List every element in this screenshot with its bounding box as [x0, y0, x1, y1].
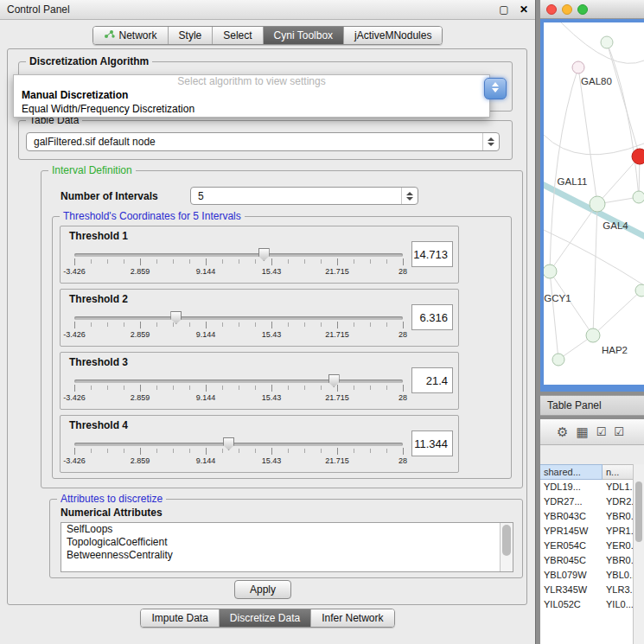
attribute-list-item[interactable]: BetweennessCentrality — [61, 549, 513, 562]
table-data-combobox[interactable]: galFiltered.sif default node — [26, 132, 500, 151]
minimize-traffic-light-icon[interactable] — [562, 4, 572, 15]
slider-major-tick — [140, 322, 141, 328]
threshold-slider[interactable]: -3.4262.8599.14415.4321.71528 — [74, 310, 403, 345]
slider-track[interactable] — [74, 316, 403, 320]
network-edge[interactable] — [550, 271, 558, 360]
table-row[interactable]: YBL079WYBL0... — [540, 568, 644, 583]
table-data-group: Table Data galFiltered.sif default node — [18, 120, 513, 160]
node-label: HAP2 — [602, 345, 628, 355]
zoom-traffic-light-icon[interactable] — [577, 4, 588, 15]
close-window-icon[interactable]: ✕ — [520, 3, 528, 16]
tab-label: Network — [119, 29, 157, 41]
column-header-name[interactable]: n... — [603, 464, 634, 480]
table-row[interactable]: YPR145WYPR1... — [540, 524, 644, 539]
network-edge[interactable] — [550, 204, 597, 271]
cell-shared-name: YDR27... — [540, 494, 603, 509]
tab-impute-data[interactable]: Impute Data — [141, 609, 218, 627]
network-edge[interactable] — [593, 290, 641, 335]
table-row[interactable]: YDR27...YDR2... — [540, 494, 644, 509]
table-row[interactable]: YLR345WYLR3... — [540, 583, 644, 597]
network-node[interactable] — [552, 354, 564, 366]
table-row[interactable]: YDL19...YDL1... — [540, 480, 644, 494]
scrollbar-thumb[interactable] — [502, 525, 511, 556]
tab-select[interactable]: Select — [212, 27, 262, 44]
tab-jactivemnodules[interactable]: jActiveMNodules — [343, 27, 442, 44]
slider-major-tick — [74, 322, 75, 328]
network-window-titlebar[interactable] — [540, 0, 644, 19]
slider-tick-label: -3.426 — [63, 330, 86, 339]
numerical-attributes-list[interactable]: SelfLoopsTopologicalCoefficientBetweenne… — [61, 522, 513, 572]
tab-label: Select — [223, 29, 252, 41]
threshold-value-field[interactable]: 11.344 — [411, 430, 453, 456]
threshold-value-field[interactable]: 14.713 — [411, 241, 453, 267]
slider-minor-ticks — [74, 322, 403, 327]
slider-track[interactable] — [74, 253, 403, 257]
apply-button[interactable]: Apply — [234, 580, 291, 599]
columns-icon[interactable]: ▦ — [576, 425, 588, 438]
slider-tick-label: 2.859 — [131, 267, 150, 276]
network-edge[interactable] — [544, 230, 644, 285]
network-node[interactable] — [590, 196, 605, 212]
threshold-slider[interactable]: -3.4262.8599.14415.4321.71528 — [74, 373, 403, 408]
settings-gear-icon[interactable]: ⚙ — [557, 425, 568, 438]
table-row[interactable]: YER054CYER0... — [540, 539, 644, 553]
threshold-slider[interactable]: -3.4262.8599.14415.4321.71528 — [74, 247, 403, 282]
network-edge[interactable] — [607, 42, 639, 197]
list-scrollbar[interactable] — [500, 523, 513, 571]
tab-style[interactable]: Style — [168, 27, 213, 44]
table-row[interactable]: YBR045CYBR0... — [540, 553, 644, 568]
threshold-slider[interactable]: -3.4262.8599.14415.4321.71528 — [74, 437, 403, 471]
checkbox-icon[interactable]: ☑ — [596, 426, 607, 437]
network-node[interactable] — [572, 61, 584, 73]
slider-major-tick — [271, 448, 272, 455]
network-node[interactable] — [544, 265, 557, 278]
close-traffic-light-icon[interactable] — [546, 4, 557, 15]
combo-stepper-icon — [401, 188, 418, 204]
tab-network[interactable]: Network — [93, 27, 168, 44]
algorithm-option-manual-discretization[interactable]: Manual Discretization — [14, 88, 489, 102]
cell-shared-name: YDL19... — [540, 480, 603, 494]
node-label: GAL11 — [558, 176, 588, 187]
slider-major-tick — [337, 322, 338, 328]
threshold-value-field[interactable]: 21.4 — [411, 367, 453, 393]
float-window-icon[interactable]: ▢ — [499, 3, 508, 16]
table-row[interactable]: YIL052CYIL0... — [540, 597, 644, 612]
tab-cyni-toolbox[interactable]: Cyni Toolbox — [263, 27, 343, 44]
cell-name: YBR0... — [603, 553, 634, 568]
group-title-discretization: Discretization Algorithm — [26, 55, 152, 67]
network-edge[interactable] — [550, 271, 593, 335]
threshold-value-field[interactable]: 6.316 — [411, 304, 453, 330]
column-header-shared-name[interactable]: shared... — [540, 464, 603, 480]
table-panel-toolbar: ⚙ ▦ ☑ ☑ — [540, 419, 644, 445]
checkbox-icon[interactable]: ☑ — [614, 426, 624, 437]
slider-track[interactable] — [74, 379, 403, 383]
network-node[interactable] — [635, 284, 644, 296]
slider-major-tick — [403, 322, 404, 328]
slider-major-tick — [74, 258, 75, 265]
scrollbar-thumb[interactable] — [635, 481, 642, 542]
node-label: GAL4 — [603, 220, 628, 231]
slider-track[interactable] — [74, 443, 403, 446]
algorithm-combobox-stepper[interactable] — [484, 78, 507, 99]
cell-name: YDL1... — [603, 480, 634, 494]
network-edge[interactable] — [593, 204, 597, 335]
attribute-list-item[interactable]: SelfLoops — [61, 523, 513, 536]
combo-stepper-icon — [482, 133, 499, 150]
table-row[interactable]: YBR043CYBR0... — [540, 509, 644, 524]
table-scrollbar[interactable] — [633, 464, 644, 644]
network-edge[interactable] — [550, 67, 578, 271]
attribute-list-item[interactable]: TopologicalCoefficient — [61, 536, 513, 549]
tab-infer-network[interactable]: Infer Network — [310, 609, 393, 627]
network-canvas[interactable]: GAL80GAL11GAL4GCY1HAP2 — [544, 22, 644, 385]
intervals-combobox[interactable]: 5 — [190, 187, 418, 205]
network-node[interactable] — [586, 328, 600, 342]
intervals-value: 5 — [191, 190, 401, 202]
cyni-toolbox-panel: Discretization Algorithm Select algorith… — [7, 48, 527, 605]
network-node[interactable] — [633, 191, 644, 203]
network-node[interactable] — [601, 36, 613, 48]
network-node[interactable] — [632, 149, 644, 164]
control-panel-titlebar[interactable]: Control Panel ▢ ✕ — [0, 0, 535, 20]
tab-discretize-data[interactable]: Discretize Data — [219, 609, 310, 627]
node-attribute-table: shared... n... YDL19...YDL1...YDR27...YD… — [540, 464, 644, 644]
algorithm-option-equal-width-frequency-discretization[interactable]: Equal Width/Frequency Discretization — [14, 102, 489, 116]
